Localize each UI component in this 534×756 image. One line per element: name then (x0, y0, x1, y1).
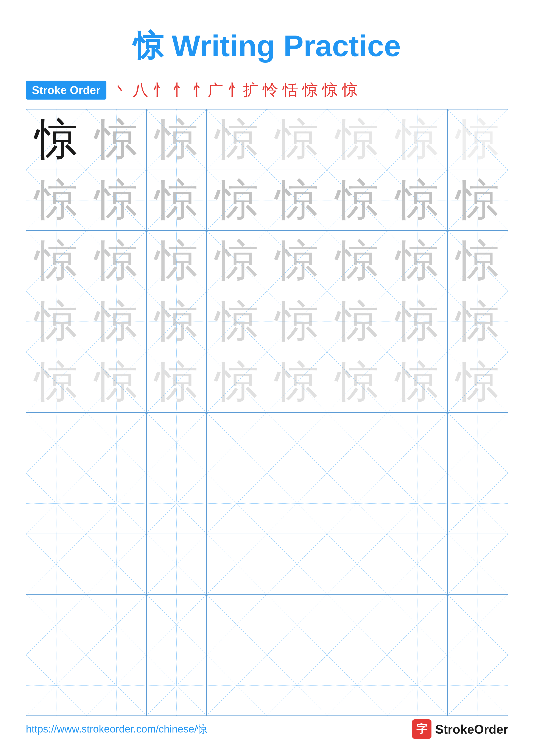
cell-9-1[interactable] (26, 595, 87, 655)
cell-10-5[interactable] (267, 655, 327, 715)
cell-8-4[interactable] (207, 534, 267, 594)
cell-1-6: 惊 (327, 109, 387, 170)
practice-grid: 惊 惊 惊 惊 惊 惊 惊 (26, 109, 508, 716)
cell-7-7[interactable] (387, 473, 447, 533)
cell-8-2[interactable] (87, 534, 146, 594)
footer-url[interactable]: https://www.strokeorder.com/chinese/惊 (26, 722, 207, 736)
cell-3-6: 惊 (327, 231, 387, 291)
cell-4-7: 惊 (387, 291, 447, 351)
char-guide: 惊 (456, 239, 499, 282)
stroke-8: 恬 (283, 80, 298, 100)
stroke-order-badge: Stroke Order (26, 81, 106, 99)
cell-1-3: 惊 (147, 109, 207, 170)
cell-6-4[interactable] (207, 413, 267, 473)
grid-row-5: 惊 惊 惊 惊 惊 惊 惊 惊 (26, 352, 508, 413)
stroke-order-row: Stroke Order 丶 八 忄 忄 忄广 忄扩 怜 恬 惊 惊 惊 (26, 80, 508, 100)
cell-2-6: 惊 (327, 170, 387, 230)
cell-2-7: 惊 (387, 170, 447, 230)
cell-7-6[interactable] (327, 473, 387, 533)
cell-4-6: 惊 (327, 291, 387, 351)
cell-5-8: 惊 (447, 352, 508, 412)
cell-9-6[interactable] (327, 595, 387, 655)
char-guide: 惊 (396, 179, 439, 222)
cell-9-7[interactable] (387, 595, 447, 655)
cell-7-5[interactable] (267, 473, 327, 533)
cell-6-2[interactable] (87, 413, 146, 473)
cell-10-8[interactable] (447, 655, 508, 715)
char-guide: 惊 (35, 179, 78, 222)
grid-row-1: 惊 惊 惊 惊 惊 惊 惊 (26, 109, 508, 170)
char-guide: 惊 (95, 239, 138, 282)
cell-6-3[interactable] (147, 413, 207, 473)
cell-8-6[interactable] (327, 534, 387, 594)
cell-6-6[interactable] (327, 413, 387, 473)
char-guide: 惊 (396, 300, 439, 343)
cell-4-4: 惊 (207, 291, 267, 351)
stroke-sequence: 丶 八 忄 忄 忄广 忄扩 怜 恬 惊 惊 惊 (113, 80, 358, 100)
cell-6-1[interactable] (26, 413, 87, 473)
cell-3-5: 惊 (267, 231, 327, 291)
grid-row-2: 惊 惊 惊 惊 惊 惊 惊 (26, 170, 508, 230)
cell-1-1: 惊 (26, 109, 87, 170)
char-guide: 惊 (215, 118, 258, 161)
cell-5-7: 惊 (387, 352, 447, 412)
char-guide: 惊 (396, 239, 439, 282)
cell-8-3[interactable] (147, 534, 207, 594)
char-guide: 惊 (396, 118, 439, 161)
cell-7-3[interactable] (147, 473, 207, 533)
cell-7-1[interactable] (26, 473, 87, 533)
cell-2-3: 惊 (147, 170, 207, 230)
stroke-9: 惊 (302, 80, 318, 100)
cell-5-4: 惊 (207, 352, 267, 412)
cell-10-1[interactable] (26, 655, 87, 715)
cell-8-1[interactable] (26, 534, 87, 594)
cell-6-7[interactable] (387, 413, 447, 473)
grid-row-8 (26, 534, 508, 595)
cell-8-7[interactable] (387, 534, 447, 594)
char-guide: 惊 (95, 361, 138, 404)
cell-9-5[interactable] (267, 595, 327, 655)
cell-10-7[interactable] (387, 655, 447, 715)
stroke-6: 忄扩 (227, 80, 259, 100)
char-guide: 惊 (456, 361, 499, 404)
cell-7-4[interactable] (207, 473, 267, 533)
stroke-11: 惊 (342, 80, 358, 100)
brand-icon: 字 (412, 719, 431, 739)
cell-6-5[interactable] (267, 413, 327, 473)
stroke-2: 八 (133, 80, 148, 100)
cell-8-8[interactable] (447, 534, 508, 594)
cell-10-4[interactable] (207, 655, 267, 715)
cell-2-4: 惊 (207, 170, 267, 230)
grid-row-6 (26, 413, 508, 473)
cell-5-3: 惊 (147, 352, 207, 412)
cell-6-8[interactable] (447, 413, 508, 473)
stroke-7: 怜 (263, 80, 278, 100)
cell-7-2[interactable] (87, 473, 146, 533)
char-guide: 惊 (155, 118, 198, 161)
cell-1-5: 惊 (267, 109, 327, 170)
cell-9-3[interactable] (147, 595, 207, 655)
char-guide: 惊 (215, 361, 258, 404)
cell-9-2[interactable] (87, 595, 146, 655)
cell-3-7: 惊 (387, 231, 447, 291)
cell-3-3: 惊 (147, 231, 207, 291)
cell-10-2[interactable] (87, 655, 146, 715)
char-guide: 惊 (35, 239, 78, 282)
cell-10-3[interactable] (147, 655, 207, 715)
stroke-4: 忄 (172, 80, 188, 100)
cell-8-5[interactable] (267, 534, 327, 594)
footer: https://www.strokeorder.com/chinese/惊 字 … (26, 719, 508, 739)
cell-10-6[interactable] (327, 655, 387, 715)
stroke-3: 忄 (153, 80, 168, 100)
cell-7-8[interactable] (447, 473, 508, 533)
cell-9-4[interactable] (207, 595, 267, 655)
char-guide: 惊 (95, 118, 138, 161)
char-guide: 惊 (275, 179, 318, 222)
title-section: 惊 Writing Practice (26, 26, 508, 67)
cell-5-5: 惊 (267, 352, 327, 412)
cell-4-1: 惊 (26, 291, 87, 351)
char-guide: 惊 (215, 179, 258, 222)
char-guide: 惊 (95, 300, 138, 343)
cell-9-8[interactable] (447, 595, 508, 655)
char-guide: 惊 (456, 118, 499, 161)
